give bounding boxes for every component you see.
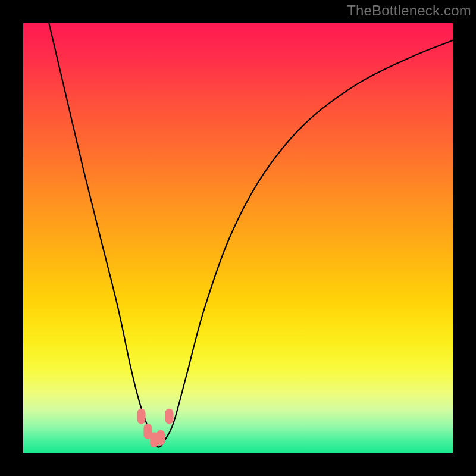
bottleneck-curve: [49, 23, 453, 447]
data-marker: [156, 430, 165, 446]
plot-area: [23, 23, 453, 453]
marker-group: [137, 409, 174, 448]
chart-frame: TheBottleneck.com: [0, 0, 476, 476]
watermark-text: TheBottleneck.com: [347, 2, 471, 19]
curve-svg: [23, 23, 453, 453]
data-marker: [137, 409, 146, 424]
data-marker: [165, 409, 173, 424]
